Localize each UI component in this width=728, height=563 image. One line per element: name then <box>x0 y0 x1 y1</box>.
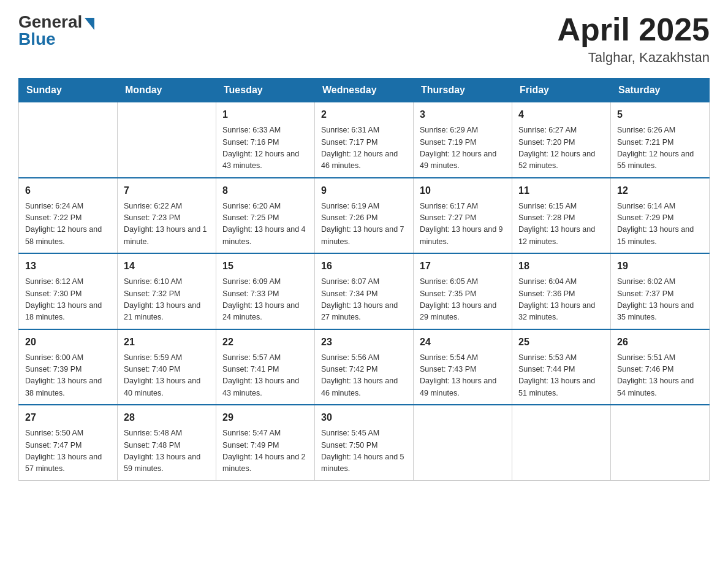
calendar-day-cell: 26Sunrise: 5:51 AM Sunset: 7:46 PM Dayli… <box>611 329 710 405</box>
logo: General Blue <box>18 12 94 49</box>
calendar-day-cell: 1Sunrise: 6:33 AM Sunset: 7:16 PM Daylig… <box>216 102 315 178</box>
weekday-header-row: SundayMondayTuesdayWednesdayThursdayFrid… <box>19 79 710 102</box>
day-number: 27 <box>25 410 111 425</box>
day-info: Sunrise: 6:19 AM Sunset: 7:26 PM Dayligh… <box>321 201 407 248</box>
day-number: 7 <box>124 183 210 198</box>
calendar-day-cell: 4Sunrise: 6:27 AM Sunset: 7:20 PM Daylig… <box>512 102 611 178</box>
day-info: Sunrise: 6:12 AM Sunset: 7:30 PM Dayligh… <box>25 276 111 324</box>
calendar-day-cell: 13Sunrise: 6:12 AM Sunset: 7:30 PM Dayli… <box>19 253 118 329</box>
day-number: 29 <box>222 410 308 425</box>
calendar-week-row: 27Sunrise: 5:50 AM Sunset: 7:47 PM Dayli… <box>19 405 710 480</box>
day-info: Sunrise: 6:15 AM Sunset: 7:28 PM Dayligh… <box>518 201 604 248</box>
calendar-table: SundayMondayTuesdayWednesdayThursdayFrid… <box>18 78 710 481</box>
day-number: 22 <box>222 335 308 350</box>
day-info: Sunrise: 5:48 AM Sunset: 7:48 PM Dayligh… <box>124 427 210 475</box>
calendar-day-cell: 15Sunrise: 6:09 AM Sunset: 7:33 PM Dayli… <box>216 253 315 329</box>
day-number: 8 <box>222 183 308 198</box>
calendar-day-cell: 8Sunrise: 6:20 AM Sunset: 7:25 PM Daylig… <box>216 178 315 254</box>
calendar-week-row: 13Sunrise: 6:12 AM Sunset: 7:30 PM Dayli… <box>19 253 710 329</box>
title-section: April 2025 Talghar, Kazakhstan <box>557 12 710 66</box>
calendar-day-cell: 16Sunrise: 6:07 AM Sunset: 7:34 PM Dayli… <box>315 253 414 329</box>
day-info: Sunrise: 6:31 AM Sunset: 7:17 PM Dayligh… <box>321 124 407 172</box>
day-number: 14 <box>124 259 210 274</box>
calendar-week-row: 6Sunrise: 6:24 AM Sunset: 7:22 PM Daylig… <box>19 178 710 254</box>
calendar-day-cell <box>118 102 216 178</box>
calendar-day-cell: 14Sunrise: 6:10 AM Sunset: 7:32 PM Dayli… <box>118 253 216 329</box>
day-info: Sunrise: 6:22 AM Sunset: 7:23 PM Dayligh… <box>124 201 210 248</box>
day-number: 5 <box>617 107 703 122</box>
day-number: 13 <box>25 259 111 274</box>
calendar-day-cell: 12Sunrise: 6:14 AM Sunset: 7:29 PM Dayli… <box>611 178 710 254</box>
day-number: 12 <box>617 183 703 198</box>
day-info: Sunrise: 6:20 AM Sunset: 7:25 PM Dayligh… <box>222 201 308 248</box>
day-number: 17 <box>420 259 506 274</box>
day-number: 10 <box>420 183 506 198</box>
day-info: Sunrise: 5:50 AM Sunset: 7:47 PM Dayligh… <box>25 427 111 475</box>
calendar-day-cell: 5Sunrise: 6:26 AM Sunset: 7:21 PM Daylig… <box>611 102 710 178</box>
weekday-header-wednesday: Wednesday <box>315 79 414 102</box>
weekday-header-monday: Monday <box>118 79 216 102</box>
day-info: Sunrise: 6:04 AM Sunset: 7:36 PM Dayligh… <box>518 276 604 324</box>
day-info: Sunrise: 5:57 AM Sunset: 7:41 PM Dayligh… <box>222 352 308 400</box>
calendar-day-cell: 11Sunrise: 6:15 AM Sunset: 7:28 PM Dayli… <box>512 178 611 254</box>
day-number: 11 <box>518 183 604 198</box>
day-info: Sunrise: 6:10 AM Sunset: 7:32 PM Dayligh… <box>124 276 210 324</box>
calendar-day-cell: 7Sunrise: 6:22 AM Sunset: 7:23 PM Daylig… <box>118 178 216 254</box>
logo-blue-text: Blue <box>18 29 56 49</box>
day-number: 2 <box>321 107 407 122</box>
calendar-day-cell: 3Sunrise: 6:29 AM Sunset: 7:19 PM Daylig… <box>414 102 512 178</box>
calendar-day-cell: 19Sunrise: 6:02 AM Sunset: 7:37 PM Dayli… <box>611 253 710 329</box>
calendar-day-cell: 10Sunrise: 6:17 AM Sunset: 7:27 PM Dayli… <box>414 178 512 254</box>
day-number: 20 <box>25 335 111 350</box>
calendar-week-row: 1Sunrise: 6:33 AM Sunset: 7:16 PM Daylig… <box>19 102 710 178</box>
day-info: Sunrise: 6:00 AM Sunset: 7:39 PM Dayligh… <box>25 352 111 400</box>
calendar-day-cell: 27Sunrise: 5:50 AM Sunset: 7:47 PM Dayli… <box>19 405 118 480</box>
calendar-day-cell: 17Sunrise: 6:05 AM Sunset: 7:35 PM Dayli… <box>414 253 512 329</box>
day-info: Sunrise: 6:24 AM Sunset: 7:22 PM Dayligh… <box>25 201 111 248</box>
day-number: 23 <box>321 335 407 350</box>
day-info: Sunrise: 6:07 AM Sunset: 7:34 PM Dayligh… <box>321 276 407 324</box>
day-info: Sunrise: 5:47 AM Sunset: 7:49 PM Dayligh… <box>222 427 308 475</box>
calendar-day-cell: 24Sunrise: 5:54 AM Sunset: 7:43 PM Dayli… <box>414 329 512 405</box>
page-header: General Blue April 2025 Talghar, Kazakhs… <box>18 12 710 66</box>
day-info: Sunrise: 6:29 AM Sunset: 7:19 PM Dayligh… <box>420 124 506 172</box>
day-number: 9 <box>321 183 407 198</box>
calendar-day-cell <box>414 405 512 480</box>
calendar-day-cell: 21Sunrise: 5:59 AM Sunset: 7:40 PM Dayli… <box>118 329 216 405</box>
day-number: 19 <box>617 259 703 274</box>
logo-arrow-icon <box>85 18 94 30</box>
day-info: Sunrise: 5:45 AM Sunset: 7:50 PM Dayligh… <box>321 427 407 475</box>
day-number: 16 <box>321 259 407 274</box>
day-info: Sunrise: 5:56 AM Sunset: 7:42 PM Dayligh… <box>321 352 407 400</box>
day-info: Sunrise: 6:27 AM Sunset: 7:20 PM Dayligh… <box>518 124 604 172</box>
calendar-day-cell <box>19 102 118 178</box>
calendar-day-cell: 18Sunrise: 6:04 AM Sunset: 7:36 PM Dayli… <box>512 253 611 329</box>
calendar-day-cell: 28Sunrise: 5:48 AM Sunset: 7:48 PM Dayli… <box>118 405 216 480</box>
calendar-day-cell: 2Sunrise: 6:31 AM Sunset: 7:17 PM Daylig… <box>315 102 414 178</box>
calendar-week-row: 20Sunrise: 6:00 AM Sunset: 7:39 PM Dayli… <box>19 329 710 405</box>
location-subtitle: Talghar, Kazakhstan <box>557 50 710 66</box>
calendar-day-cell: 30Sunrise: 5:45 AM Sunset: 7:50 PM Dayli… <box>315 405 414 480</box>
day-number: 15 <box>222 259 308 274</box>
day-number: 25 <box>518 335 604 350</box>
calendar-day-cell: 22Sunrise: 5:57 AM Sunset: 7:41 PM Dayli… <box>216 329 315 405</box>
weekday-header-saturday: Saturday <box>611 79 710 102</box>
calendar-day-cell: 9Sunrise: 6:19 AM Sunset: 7:26 PM Daylig… <box>315 178 414 254</box>
day-info: Sunrise: 5:59 AM Sunset: 7:40 PM Dayligh… <box>124 352 210 400</box>
day-number: 4 <box>518 107 604 122</box>
day-number: 21 <box>124 335 210 350</box>
calendar-day-cell: 6Sunrise: 6:24 AM Sunset: 7:22 PM Daylig… <box>19 178 118 254</box>
day-number: 30 <box>321 410 407 425</box>
calendar-day-cell: 25Sunrise: 5:53 AM Sunset: 7:44 PM Dayli… <box>512 329 611 405</box>
calendar-day-cell: 20Sunrise: 6:00 AM Sunset: 7:39 PM Dayli… <box>19 329 118 405</box>
day-info: Sunrise: 5:54 AM Sunset: 7:43 PM Dayligh… <box>420 352 506 400</box>
day-number: 28 <box>124 410 210 425</box>
day-info: Sunrise: 5:51 AM Sunset: 7:46 PM Dayligh… <box>617 352 703 400</box>
calendar-day-cell <box>512 405 611 480</box>
day-number: 1 <box>222 107 308 122</box>
day-number: 26 <box>617 335 703 350</box>
day-info: Sunrise: 6:26 AM Sunset: 7:21 PM Dayligh… <box>617 124 703 172</box>
calendar-day-cell: 23Sunrise: 5:56 AM Sunset: 7:42 PM Dayli… <box>315 329 414 405</box>
day-info: Sunrise: 6:17 AM Sunset: 7:27 PM Dayligh… <box>420 201 506 248</box>
day-info: Sunrise: 5:53 AM Sunset: 7:44 PM Dayligh… <box>518 352 604 400</box>
